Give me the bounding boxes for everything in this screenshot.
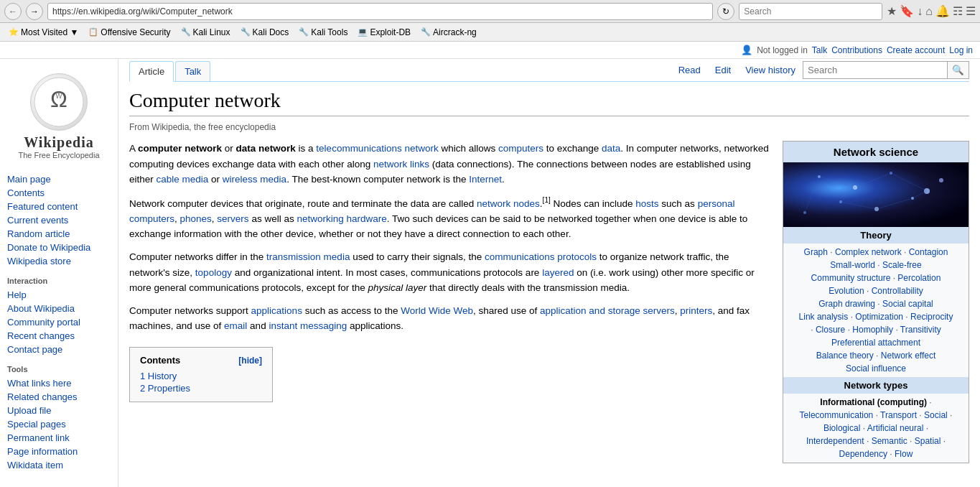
back-button[interactable]: ← [4,3,22,20]
sidebar-item-special-pages[interactable]: Special pages [0,417,118,431]
link-scale-free[interactable]: Scale-free [882,260,922,270]
bookmark-icon[interactable]: 🔖 [900,4,914,18]
sidebar-item-about[interactable]: About Wikipedia [0,302,118,315]
link-interdependent[interactable]: Interdependent [806,436,864,446]
link-phones[interactable]: phones [180,213,212,224]
sidebar-item-random-article[interactable]: Random article [0,227,118,241]
log-in-link[interactable]: Log in [949,45,973,55]
sidebar-item-what-links-here[interactable]: What links here [0,376,118,390]
bookmark-kali-docs[interactable]: 🔧 Kali Docs [236,26,294,39]
menu-icon[interactable]: ☰ [966,4,976,18]
link-transmission-media[interactable]: transmission media [266,251,350,262]
sidebar-item-main-page[interactable]: Main page [0,172,118,186]
bookmark-most-visited[interactable]: ⭐ Most Visited ▼ [4,26,83,39]
bookmark-kali-tools[interactable]: 🔧 Kali Tools [294,26,352,39]
sidebar-item-related-changes[interactable]: Related changes [0,390,118,404]
notification-icon[interactable]: 🔔 [935,4,950,18]
link-data[interactable]: data [602,143,620,154]
link-transport[interactable]: Transport [880,410,917,420]
bookmark-star-icon[interactable]: ★ [887,4,897,18]
sidebar-item-community-portal[interactable]: Community portal [0,315,118,329]
sidebar-item-wikipedia-store[interactable]: Wikipedia store [0,254,118,268]
link-homophily[interactable]: Homophily [852,325,893,335]
talk-link[interactable]: Talk [812,45,827,55]
link-network-links[interactable]: network links [373,159,429,170]
reload-button[interactable]: ↻ [717,3,734,20]
history-icon[interactable]: ☶ [953,4,963,18]
link-dependency[interactable]: Dependency [839,449,887,459]
link-social[interactable]: Social [924,410,948,420]
link-topology[interactable]: topology [195,267,232,278]
link-telecommunications-network[interactable]: telecommunications network [316,143,438,154]
sidebar-item-permanent-link[interactable]: Permanent link [0,431,118,445]
tab-talk[interactable]: Talk [175,61,210,81]
contributions-link[interactable]: Contributions [831,45,882,55]
sidebar-item-upload-file[interactable]: Upload file [0,404,118,417]
link-servers[interactable]: servers [217,213,248,224]
sidebar-item-current-events[interactable]: Current events [0,213,118,227]
link-biological[interactable]: Biological [823,423,860,433]
link-optimization[interactable]: Optimization [855,312,903,322]
forward-button[interactable]: → [26,3,43,20]
link-computers[interactable]: computers [498,143,543,154]
link-small-world[interactable]: Small-world [830,260,875,270]
link-contagion[interactable]: Contagion [909,247,948,257]
link-graph[interactable]: Graph [804,247,828,257]
link-preferential-attachment[interactable]: Preferential attachment [831,338,920,348]
link-cable-media[interactable]: cable media [157,174,209,185]
link-semantic[interactable]: Semantic [872,436,907,446]
download-icon[interactable]: ↓ [917,5,923,18]
bookmark-exploit-db[interactable]: 💻 Exploit-DB [353,26,415,39]
link-transitivity[interactable]: Transitivity [900,325,941,335]
link-social-influence[interactable]: Social influence [846,363,906,374]
bookmark-kali-linux[interactable]: 🔧 Kali Linux [177,26,235,39]
sidebar-item-page-information[interactable]: Page information [0,445,118,458]
action-read[interactable]: Read [671,61,708,79]
link-world-wide-web[interactable]: World Wide Web [401,305,473,316]
link-balance-theory[interactable]: Balance theory [816,351,874,361]
link-printers[interactable]: printers [680,305,712,316]
link-evolution[interactable]: Evolution [829,286,864,296]
link-internet[interactable]: Internet [469,174,502,185]
sidebar-item-featured-content[interactable]: Featured content [0,200,118,213]
browser-search-input[interactable] [739,3,882,20]
tab-article[interactable]: Article [129,61,174,82]
contents-item-history[interactable]: 1 History [140,371,177,381]
link-applications[interactable]: applications [251,305,302,316]
sidebar-item-recent-changes[interactable]: Recent changes [0,329,118,343]
link-spatial[interactable]: Spatial [915,436,941,446]
link-email[interactable]: email [224,320,247,331]
link-artificial-neural[interactable]: Artificial neural [867,423,924,433]
link-graph-drawing[interactable]: Graph drawing [818,299,875,309]
link-hosts[interactable]: hosts [635,198,658,208]
link-community-structure[interactable]: Community structure [811,273,891,283]
contents-toggle[interactable]: [hide] [238,356,262,366]
link-reciprocity[interactable]: Reciprocity [910,312,953,322]
link-closure[interactable]: Closure [816,325,845,335]
link-wireless-media[interactable]: wireless media [223,174,286,185]
sidebar-item-contact-page[interactable]: Contact page [0,343,118,356]
action-view-history[interactable]: View history [738,61,803,79]
link-telecommunication[interactable]: Telecommunication [800,410,874,420]
link-layered[interactable]: layered [542,267,574,278]
link-network-effect[interactable]: Network effect [881,351,935,361]
link-social-capital[interactable]: Social capital [882,299,933,309]
sidebar-item-help[interactable]: Help [0,288,118,302]
link-link-analysis[interactable]: Link analysis [799,312,849,322]
sidebar-item-contents[interactable]: Contents [0,186,118,200]
create-account-link[interactable]: Create account [887,45,945,55]
wiki-search-button[interactable]: 🔍 [947,62,969,78]
home-icon[interactable]: ⌂ [925,5,933,18]
bookmark-aircrack-ng[interactable]: 🔧 Aircrack-ng [416,26,481,39]
bookmark-offensive-security[interactable]: 📋 Offensive Security [84,26,174,39]
link-networking-hardware[interactable]: networking hardware [297,213,386,224]
link-complex-network[interactable]: Complex network [835,247,902,257]
link-application-storage-servers[interactable]: application and storage servers [540,305,675,316]
action-edit[interactable]: Edit [708,61,738,79]
link-network-nodes[interactable]: network nodes [477,198,540,208]
link-percolation[interactable]: Percolation [897,273,941,283]
link-controllability[interactable]: Controllability [872,286,923,296]
link-flow[interactable]: Flow [895,449,913,459]
address-bar[interactable] [47,3,713,20]
wiki-search-input[interactable] [803,62,947,78]
